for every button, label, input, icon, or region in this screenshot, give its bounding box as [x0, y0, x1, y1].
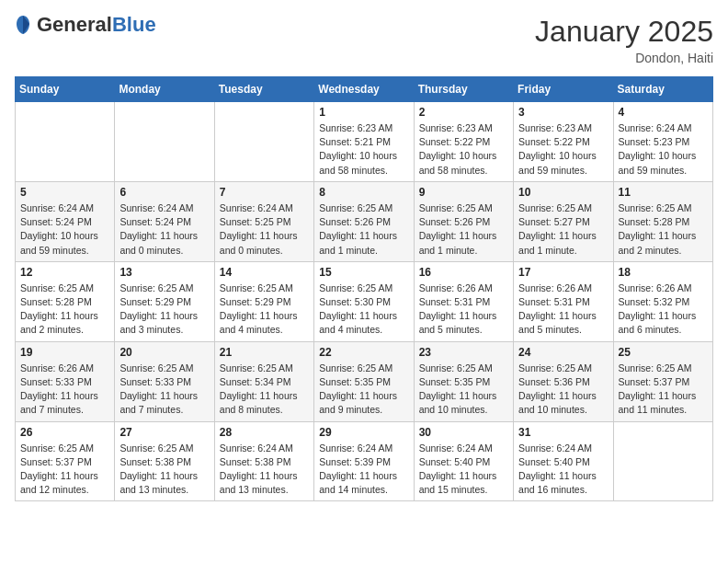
- day-number: 8: [319, 186, 408, 199]
- day-number: 28: [220, 426, 309, 439]
- day-number: 14: [220, 266, 309, 279]
- weekday-header: Thursday: [414, 77, 513, 102]
- day-number: 26: [20, 426, 109, 439]
- month-title: January 2025: [535, 15, 713, 49]
- day-number: 16: [419, 266, 508, 279]
- calendar-cell: 21Sunrise: 6:25 AM Sunset: 5:34 PM Dayli…: [214, 341, 313, 421]
- logo-icon: [15, 15, 31, 35]
- day-info: Sunrise: 6:24 AM Sunset: 5:24 PM Dayligh…: [119, 201, 209, 258]
- day-number: 27: [119, 426, 209, 439]
- day-number: 9: [419, 186, 508, 199]
- logo: GeneralBlue: [15, 15, 156, 35]
- calendar-cell: 1Sunrise: 6:23 AM Sunset: 5:21 PM Daylig…: [314, 102, 414, 182]
- calendar-cell: 29Sunrise: 6:24 AM Sunset: 5:39 PM Dayli…: [314, 421, 414, 501]
- calendar-cell: 16Sunrise: 6:26 AM Sunset: 5:31 PM Dayli…: [414, 261, 513, 341]
- day-number: 10: [518, 186, 608, 199]
- day-info: Sunrise: 6:25 AM Sunset: 5:30 PM Dayligh…: [319, 282, 408, 338]
- calendar-cell: 26Sunrise: 6:25 AM Sunset: 5:37 PM Dayli…: [16, 421, 115, 501]
- day-number: 3: [518, 106, 608, 119]
- weekday-header: Saturday: [613, 77, 712, 102]
- day-info: Sunrise: 6:25 AM Sunset: 5:33 PM Dayligh…: [119, 362, 209, 418]
- day-number: 17: [518, 266, 608, 279]
- calendar-cell: 13Sunrise: 6:25 AM Sunset: 5:29 PM Dayli…: [115, 261, 214, 341]
- location: Dondon, Haiti: [535, 51, 713, 65]
- day-info: Sunrise: 6:24 AM Sunset: 5:40 PM Dayligh…: [518, 442, 608, 498]
- calendar-cell: 7Sunrise: 6:24 AM Sunset: 5:25 PM Daylig…: [214, 181, 313, 261]
- day-info: Sunrise: 6:25 AM Sunset: 5:35 PM Dayligh…: [319, 362, 408, 418]
- day-info: Sunrise: 6:25 AM Sunset: 5:29 PM Dayligh…: [119, 282, 209, 338]
- day-info: Sunrise: 6:26 AM Sunset: 5:31 PM Dayligh…: [419, 282, 508, 338]
- day-info: Sunrise: 6:24 AM Sunset: 5:24 PM Dayligh…: [20, 201, 109, 258]
- day-info: Sunrise: 6:25 AM Sunset: 5:35 PM Dayligh…: [419, 362, 508, 418]
- calendar-cell: 10Sunrise: 6:25 AM Sunset: 5:27 PM Dayli…: [514, 181, 613, 261]
- day-number: 22: [319, 346, 408, 359]
- calendar-cell: 28Sunrise: 6:24 AM Sunset: 5:38 PM Dayli…: [214, 421, 313, 501]
- calendar-cell: 15Sunrise: 6:25 AM Sunset: 5:30 PM Dayli…: [314, 261, 414, 341]
- day-number: 11: [619, 186, 708, 199]
- day-info: Sunrise: 6:24 AM Sunset: 5:25 PM Dayligh…: [220, 201, 309, 258]
- day-number: 25: [619, 346, 708, 359]
- weekday-header: Tuesday: [214, 77, 313, 102]
- day-info: Sunrise: 6:26 AM Sunset: 5:33 PM Dayligh…: [20, 362, 109, 418]
- day-number: 18: [619, 266, 708, 279]
- day-number: 12: [20, 266, 109, 279]
- day-info: Sunrise: 6:25 AM Sunset: 5:26 PM Dayligh…: [319, 201, 408, 258]
- calendar-cell: 5Sunrise: 6:24 AM Sunset: 5:24 PM Daylig…: [16, 181, 115, 261]
- day-info: Sunrise: 6:25 AM Sunset: 5:27 PM Dayligh…: [518, 201, 608, 258]
- day-number: 21: [220, 346, 309, 359]
- day-info: Sunrise: 6:25 AM Sunset: 5:26 PM Dayligh…: [419, 201, 508, 258]
- calendar-cell: 31Sunrise: 6:24 AM Sunset: 5:40 PM Dayli…: [514, 421, 613, 501]
- calendar-cell: 19Sunrise: 6:26 AM Sunset: 5:33 PM Dayli…: [16, 341, 115, 421]
- day-number: 29: [319, 426, 408, 439]
- calendar-cell: 22Sunrise: 6:25 AM Sunset: 5:35 PM Dayli…: [314, 341, 414, 421]
- calendar-cell: 20Sunrise: 6:25 AM Sunset: 5:33 PM Dayli…: [115, 341, 214, 421]
- calendar-cell: 3Sunrise: 6:23 AM Sunset: 5:22 PM Daylig…: [514, 102, 613, 182]
- weekday-header-row: SundayMondayTuesdayWednesdayThursdayFrid…: [16, 77, 713, 102]
- calendar-cell: 25Sunrise: 6:25 AM Sunset: 5:37 PM Dayli…: [613, 341, 712, 421]
- day-info: Sunrise: 6:26 AM Sunset: 5:32 PM Dayligh…: [619, 282, 708, 338]
- calendar-cell: 23Sunrise: 6:25 AM Sunset: 5:35 PM Dayli…: [414, 341, 513, 421]
- day-info: Sunrise: 6:25 AM Sunset: 5:34 PM Dayligh…: [220, 362, 309, 418]
- calendar-cell: 30Sunrise: 6:24 AM Sunset: 5:40 PM Dayli…: [414, 421, 513, 501]
- weekday-header: Wednesday: [314, 77, 414, 102]
- calendar-cell: 27Sunrise: 6:25 AM Sunset: 5:38 PM Dayli…: [115, 421, 214, 501]
- calendar-cell: 24Sunrise: 6:25 AM Sunset: 5:36 PM Dayli…: [514, 341, 613, 421]
- calendar-cell: 2Sunrise: 6:23 AM Sunset: 5:22 PM Daylig…: [414, 102, 513, 182]
- day-number: 30: [419, 426, 508, 439]
- calendar-cell: 12Sunrise: 6:25 AM Sunset: 5:28 PM Dayli…: [16, 261, 115, 341]
- day-number: 7: [220, 186, 309, 199]
- calendar: SundayMondayTuesdayWednesdayThursdayFrid…: [15, 76, 713, 501]
- day-info: Sunrise: 6:24 AM Sunset: 5:38 PM Dayligh…: [220, 442, 309, 498]
- day-number: 24: [518, 346, 608, 359]
- day-number: 5: [20, 186, 109, 199]
- day-number: 15: [319, 266, 408, 279]
- day-info: Sunrise: 6:23 AM Sunset: 5:22 PM Dayligh…: [518, 121, 608, 178]
- calendar-cell: 18Sunrise: 6:26 AM Sunset: 5:32 PM Dayli…: [613, 261, 712, 341]
- day-info: Sunrise: 6:26 AM Sunset: 5:31 PM Dayligh…: [518, 282, 608, 338]
- calendar-cell: [16, 102, 115, 182]
- day-info: Sunrise: 6:25 AM Sunset: 5:36 PM Dayligh…: [518, 362, 608, 418]
- day-info: Sunrise: 6:25 AM Sunset: 5:28 PM Dayligh…: [20, 282, 109, 338]
- day-info: Sunrise: 6:24 AM Sunset: 5:39 PM Dayligh…: [319, 442, 408, 498]
- calendar-cell: [115, 102, 214, 182]
- calendar-cell: 17Sunrise: 6:26 AM Sunset: 5:31 PM Dayli…: [514, 261, 613, 341]
- calendar-week-row: 1Sunrise: 6:23 AM Sunset: 5:21 PM Daylig…: [16, 102, 713, 182]
- day-number: 1: [319, 106, 408, 119]
- title-block: January 2025 Dondon, Haiti: [535, 15, 713, 65]
- day-info: Sunrise: 6:24 AM Sunset: 5:40 PM Dayligh…: [419, 442, 508, 498]
- day-number: 13: [119, 266, 209, 279]
- day-number: 31: [518, 426, 608, 439]
- day-number: 6: [119, 186, 209, 199]
- calendar-week-row: 26Sunrise: 6:25 AM Sunset: 5:37 PM Dayli…: [16, 421, 713, 501]
- calendar-cell: 6Sunrise: 6:24 AM Sunset: 5:24 PM Daylig…: [115, 181, 214, 261]
- calendar-week-row: 5Sunrise: 6:24 AM Sunset: 5:24 PM Daylig…: [16, 181, 713, 261]
- calendar-cell: [613, 421, 712, 501]
- weekday-header: Sunday: [16, 77, 115, 102]
- day-info: Sunrise: 6:23 AM Sunset: 5:21 PM Dayligh…: [319, 121, 408, 178]
- calendar-week-row: 12Sunrise: 6:25 AM Sunset: 5:28 PM Dayli…: [16, 261, 713, 341]
- calendar-cell: 11Sunrise: 6:25 AM Sunset: 5:28 PM Dayli…: [613, 181, 712, 261]
- weekday-header: Friday: [514, 77, 613, 102]
- day-info: Sunrise: 6:24 AM Sunset: 5:23 PM Dayligh…: [619, 121, 708, 178]
- day-number: 4: [619, 106, 708, 119]
- day-info: Sunrise: 6:25 AM Sunset: 5:29 PM Dayligh…: [220, 282, 309, 338]
